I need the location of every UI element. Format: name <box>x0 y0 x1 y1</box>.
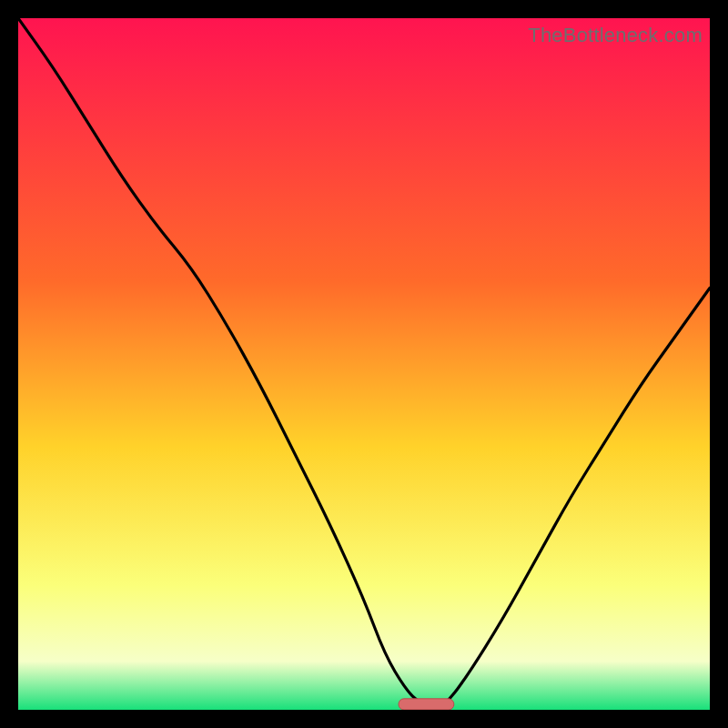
chart-frame: TheBottleneck.com <box>18 18 710 710</box>
watermark-text: TheBottleneck.com <box>528 24 703 47</box>
gradient-background <box>18 18 710 710</box>
bottleneck-chart <box>18 18 710 710</box>
optimal-marker <box>399 699 454 710</box>
